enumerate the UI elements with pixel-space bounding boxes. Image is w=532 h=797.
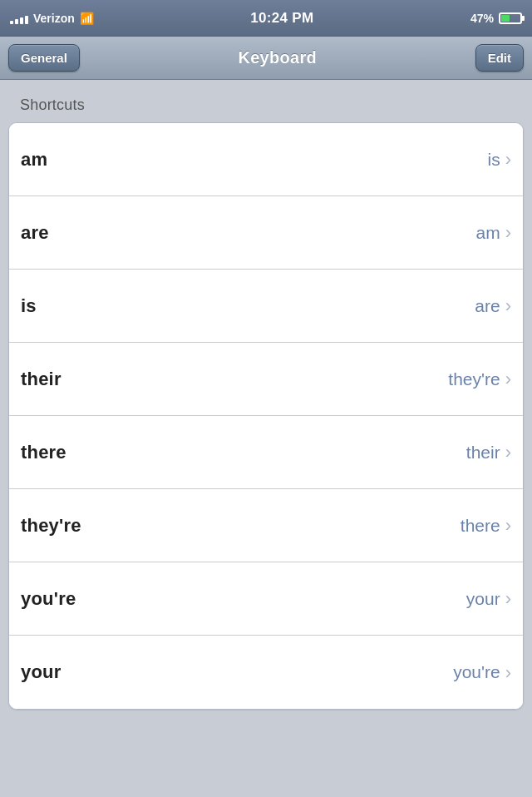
wifi-icon: 📶 <box>80 12 94 25</box>
signal-bar-3 <box>20 17 23 24</box>
table-row[interactable]: aream› <box>9 196 523 270</box>
section-header: Shortcuts <box>8 97 524 122</box>
row-shortcut: your <box>466 589 500 609</box>
status-bar: Verizon 📶 10:24 PM 47% <box>0 0 532 37</box>
signal-bar-4 <box>25 16 28 24</box>
row-phrase: there <box>21 442 66 463</box>
status-time: 10:24 PM <box>250 10 313 27</box>
edit-button[interactable]: Edit <box>475 44 524 72</box>
status-left: Verizon 📶 <box>10 12 94 25</box>
row-phrase: they're <box>21 515 81 537</box>
row-right: their› <box>466 443 511 463</box>
table-row[interactable]: amis› <box>9 123 523 196</box>
row-shortcut: am <box>475 223 500 243</box>
chevron-right-icon: › <box>505 443 511 462</box>
table-row[interactable]: you'reyour› <box>9 562 523 636</box>
chevron-right-icon: › <box>505 664 511 682</box>
chevron-right-icon: › <box>505 370 511 389</box>
signal-bars <box>10 12 28 24</box>
chevron-right-icon: › <box>505 151 511 169</box>
signal-bar-1 <box>10 21 13 24</box>
row-right: are› <box>475 296 511 316</box>
chevron-right-icon: › <box>505 590 511 608</box>
row-phrase: am <box>21 149 47 171</box>
nav-bar: General Keyboard Edit <box>0 37 532 80</box>
carrier-label: Verizon <box>33 12 75 25</box>
row-right: your› <box>466 589 511 609</box>
table-row[interactable]: theretheir› <box>9 416 523 489</box>
chevron-right-icon: › <box>505 224 511 242</box>
chevron-right-icon: › <box>505 297 511 315</box>
row-right: is› <box>488 150 512 170</box>
content-area: Shortcuts amis›aream›isare›theirthey're›… <box>0 80 532 797</box>
row-shortcut: they're <box>448 369 500 389</box>
table-row[interactable]: theirthey're› <box>9 343 523 416</box>
battery-fill <box>501 15 510 22</box>
row-shortcut: is <box>488 150 500 170</box>
row-phrase: you're <box>21 588 76 610</box>
row-right: am› <box>475 223 511 243</box>
row-shortcut: their <box>466 443 500 463</box>
row-phrase: your <box>21 661 61 683</box>
table-row[interactable]: youryou're› <box>9 636 523 709</box>
back-button[interactable]: General <box>8 44 80 72</box>
row-phrase: is <box>21 295 37 317</box>
signal-bar-2 <box>15 19 18 24</box>
shortcuts-table: amis›aream›isare›theirthey're›theretheir… <box>8 122 524 710</box>
battery-container <box>499 12 522 24</box>
battery-percent: 47% <box>470 12 494 25</box>
row-phrase: are <box>21 222 49 244</box>
row-phrase: their <box>21 369 62 390</box>
row-shortcut: are <box>475 296 500 316</box>
row-right: you're› <box>453 662 511 682</box>
row-right: there› <box>461 516 511 536</box>
table-row[interactable]: isare› <box>9 270 523 343</box>
chevron-right-icon: › <box>505 517 511 535</box>
row-shortcut: you're <box>453 662 500 682</box>
status-right: 47% <box>470 12 522 25</box>
page-title: Keyboard <box>238 48 317 67</box>
row-shortcut: there <box>461 516 500 536</box>
row-right: they're› <box>448 369 511 389</box>
table-row[interactable]: they'rethere› <box>9 489 523 562</box>
battery-icon <box>499 12 522 24</box>
